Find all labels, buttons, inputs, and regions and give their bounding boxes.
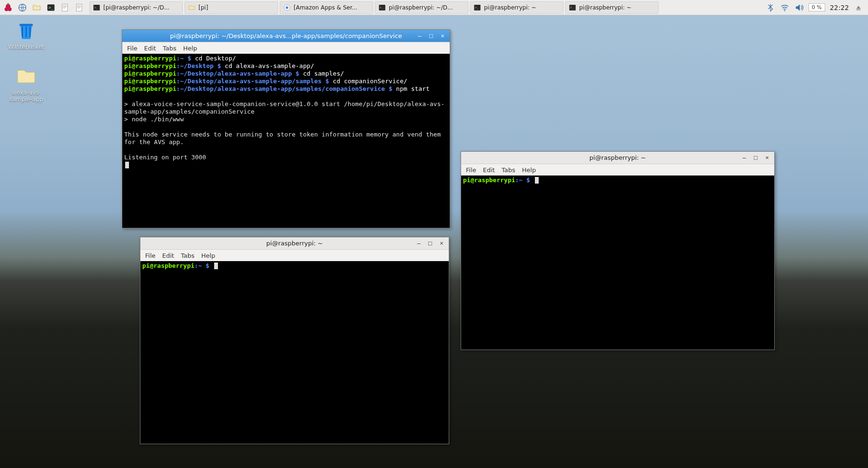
menu-tabs[interactable]: Tabs [163, 45, 177, 52]
menu-help[interactable]: Help [183, 45, 197, 52]
svg-rect-7 [76, 4, 82, 11]
volume-icon[interactable] [794, 3, 804, 12]
menu-file[interactable]: File [466, 166, 476, 174]
terminal-content[interactable]: pi@raspberrypi:~ $ [461, 176, 774, 350]
terminal-window-2[interactable]: pi@raspberrypi: ~ – □ × File Edit Tabs H… [140, 237, 449, 444]
menu-help[interactable]: Help [522, 166, 536, 174]
terminal-window-3[interactable]: pi@raspberrypi: ~ – □ × File Edit Tabs H… [461, 151, 775, 350]
wifi-icon[interactable] [780, 3, 789, 12]
maximize-button[interactable]: □ [426, 32, 436, 40]
launcher-tray: >_ [2, 1, 86, 14]
svg-point-2 [8, 7, 11, 11]
task-item[interactable]: >_ [pi@raspberrypi: ~/D... [89, 1, 183, 14]
task-item[interactable]: >_ pi@raspberrypi: ~ [470, 1, 563, 14]
titlebar[interactable]: pi@raspberrypi: ~ – □ × [461, 152, 774, 164]
icon-label: alexa-avs-sample-app [10, 89, 43, 103]
system-tray: 0 % 22:22 [766, 3, 866, 12]
menubar: File Edit Tabs Help [140, 250, 449, 261]
svg-text:>_: >_ [380, 6, 384, 10]
menu-file[interactable]: File [145, 252, 156, 259]
task-label: [pi] [198, 4, 208, 11]
svg-text:>_: >_ [570, 6, 574, 10]
minimize-button[interactable]: – [739, 154, 750, 162]
task-item[interactable]: [Amazon Apps & Ser... [280, 1, 373, 14]
terminal-content[interactable]: pi@raspberrypi:~ $ cd Desktop/ pi@raspbe… [122, 54, 450, 228]
svg-point-11 [286, 6, 288, 9]
menu-file[interactable]: File [127, 45, 138, 52]
desktop: Wastebasket alexa-avs-sample-app [5, 19, 48, 103]
menu-help[interactable]: Help [201, 252, 216, 259]
svg-rect-6 [62, 4, 68, 11]
menubar: File Edit Tabs Help [461, 164, 774, 176]
menu-edit[interactable]: Edit [162, 252, 174, 259]
maximize-button[interactable]: □ [425, 239, 435, 248]
clock[interactable]: 22:22 [830, 4, 849, 11]
close-button[interactable]: × [762, 154, 772, 162]
menu-tabs[interactable]: Tabs [502, 166, 515, 174]
folder-icon[interactable]: alexa-avs-sample-app [5, 65, 48, 103]
titlebar[interactable]: pi@raspberrypi: ~ – □ × [140, 237, 449, 250]
editor2-icon[interactable] [73, 1, 86, 14]
svg-text:>_: >_ [475, 6, 479, 10]
terminal-icon[interactable]: >_ [45, 1, 57, 14]
terminal-window-companionservice[interactable]: pi@raspberrypi: ~/Desktop/alexa-avs...pl… [122, 29, 450, 228]
svg-text:>_: >_ [49, 5, 54, 10]
titlebar[interactable]: pi@raspberrypi: ~/Desktop/alexa-avs...pl… [122, 30, 450, 42]
task-item[interactable]: [pi] [185, 1, 278, 14]
task-item[interactable]: >_ pi@raspberrypi: ~/D... [375, 1, 468, 14]
task-label: pi@raspberrypi: ~ [579, 4, 631, 11]
close-button[interactable]: × [436, 239, 447, 248]
editor-icon[interactable] [59, 1, 71, 14]
taskbar: >_ >_ [pi@raspberrypi: ~/D... [pi] [Amaz… [0, 0, 868, 15]
terminal-content[interactable]: pi@raspberrypi:~ $ [140, 261, 449, 444]
minimize-button[interactable]: – [414, 32, 425, 40]
menu-edit[interactable]: Edit [144, 45, 156, 52]
minimize-button[interactable]: – [414, 239, 424, 248]
window-title: pi@raspberrypi: ~/Desktop/alexa-avs...pl… [170, 32, 402, 39]
svg-point-18 [784, 10, 785, 11]
icon-label: Wastebasket [8, 44, 45, 50]
maximize-button[interactable]: □ [750, 154, 761, 162]
task-list: >_ [pi@raspberrypi: ~/D... [pi] [Amazon … [89, 1, 766, 14]
wastebasket-icon[interactable]: Wastebasket [5, 19, 48, 50]
svg-rect-20 [20, 24, 33, 26]
task-label: [pi@raspberrypi: ~/D... [103, 4, 169, 11]
window-title: pi@raspberrypi: ~ [266, 240, 323, 247]
task-label: pi@raspberrypi: ~ [484, 4, 536, 11]
cpu-meter[interactable]: 0 % [809, 3, 825, 11]
menu-edit[interactable]: Edit [483, 166, 495, 174]
window-title: pi@raspberrypi: ~ [590, 154, 646, 161]
svg-text:>_: >_ [94, 6, 98, 10]
menu-tabs[interactable]: Tabs [181, 252, 195, 259]
menu-icon[interactable] [2, 1, 14, 14]
web-icon[interactable] [16, 1, 29, 14]
close-button[interactable]: × [437, 32, 448, 40]
files-icon[interactable] [30, 1, 43, 14]
svg-rect-19 [856, 10, 860, 10]
task-label: pi@raspberrypi: ~/D... [389, 4, 453, 11]
task-item[interactable]: >_ pi@raspberrypi: ~ [565, 1, 659, 14]
eject-icon[interactable] [854, 3, 863, 12]
menubar: File Edit Tabs Help [122, 42, 450, 54]
bluetooth-icon[interactable] [766, 3, 775, 12]
task-label: [Amazon Apps & Ser... [294, 4, 357, 11]
